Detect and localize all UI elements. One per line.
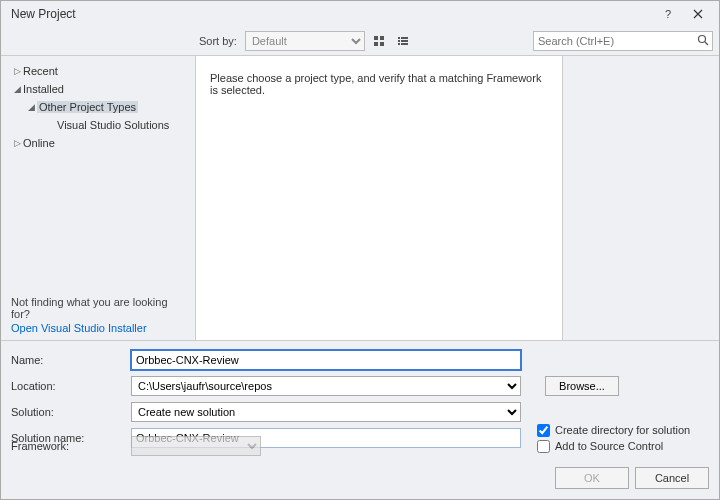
svg-rect-5 [401,37,408,39]
dialog-title: New Project [11,7,653,21]
browse-button[interactable]: Browse... [545,376,619,396]
open-installer-link[interactable]: Open Visual Studio Installer [11,320,185,334]
tree-recent[interactable]: ▷Recent [5,62,191,80]
chevron-right-icon: ▷ [11,66,23,76]
titlebar: New Project ? [1,1,719,27]
tree-installed[interactable]: ◢Installed [5,80,191,98]
location-dropdown[interactable]: C:\Users\jaufr\source\repos [131,376,521,396]
svg-rect-7 [401,40,408,42]
name-input[interactable] [131,350,521,370]
body: ▷Recent ◢Installed ◢Other Project Types … [1,55,719,340]
search-input[interactable] [533,31,713,51]
sort-label: Sort by: [199,35,237,47]
chevron-down-icon: ◢ [25,102,37,112]
new-project-dialog: New Project ? Sort by: Default ▷Recent [0,0,720,500]
help-button[interactable]: ? [653,3,683,25]
empty-message: Please choose a project type, and verify… [210,72,548,96]
close-button[interactable] [683,3,713,25]
template-tree: ▷Recent ◢Installed ◢Other Project Types … [1,56,195,340]
svg-rect-6 [398,40,400,42]
view-list[interactable] [393,31,413,51]
toolbar: Sort by: Default [1,27,719,55]
svg-rect-8 [398,43,400,45]
sort-dropdown[interactable]: Default [245,31,365,51]
tree-online[interactable]: ▷Online [5,134,191,152]
ok-button[interactable]: OK [555,467,629,489]
form-area: Name: Location: C:\Users\jaufr\source\re… [1,340,719,499]
view-small-icons[interactable] [369,31,389,51]
framework-label: Framework: [11,440,123,452]
details-pane [563,56,719,340]
name-label: Name: [11,354,123,366]
chevron-right-icon: ▷ [11,138,23,148]
cancel-button[interactable]: Cancel [635,467,709,489]
chevron-down-icon: ◢ [11,84,23,94]
svg-rect-1 [380,36,384,40]
svg-rect-4 [398,37,400,39]
location-label: Location: [11,380,123,392]
svg-rect-9 [401,43,408,45]
svg-rect-3 [380,42,384,46]
svg-rect-2 [374,42,378,46]
tree-vs-solutions[interactable]: Visual Studio Solutions [5,116,191,134]
template-list: Please choose a project type, and verify… [195,56,563,340]
solution-label: Solution: [11,406,123,418]
svg-rect-0 [374,36,378,40]
solution-dropdown[interactable]: Create new solution [131,402,521,422]
tree-other-project-types[interactable]: ◢Other Project Types [5,98,191,116]
framework-dropdown [131,436,261,456]
not-finding-text: Not finding what you are looking for? [11,296,185,320]
